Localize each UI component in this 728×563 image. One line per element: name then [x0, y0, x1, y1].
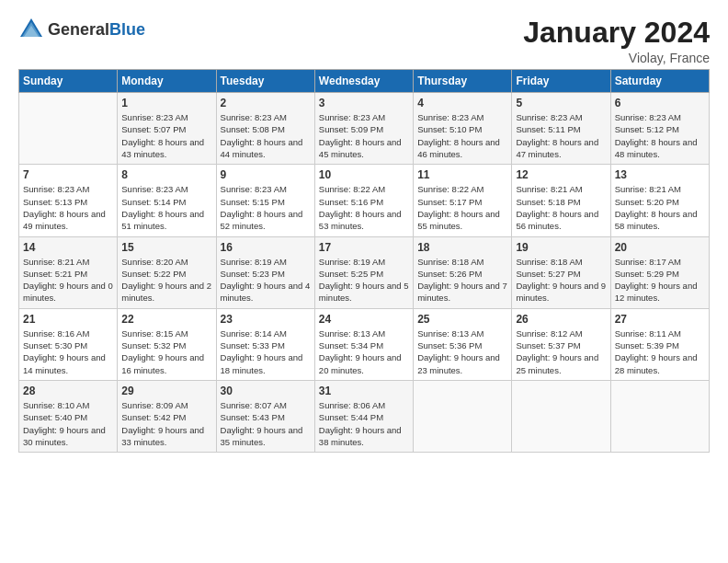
day-info: Sunrise: 8:06 AMSunset: 5:44 PMDaylight:… — [319, 399, 409, 448]
day-info: Sunrise: 8:22 AMSunset: 5:17 PMDaylight:… — [417, 183, 507, 232]
calendar-cell: 8Sunrise: 8:23 AMSunset: 5:14 PMDaylight… — [118, 165, 216, 236]
day-number: 31 — [319, 385, 409, 397]
title-block: January 2024 Violay, France — [523, 17, 710, 65]
day-info: Sunrise: 8:16 AMSunset: 5:30 PMDaylight:… — [23, 327, 113, 376]
calendar-cell: 18Sunrise: 8:18 AMSunset: 5:26 PMDayligh… — [414, 236, 512, 308]
day-number: 16 — [221, 241, 311, 254]
day-number: 1 — [121, 97, 211, 109]
day-number: 28 — [23, 385, 113, 397]
day-info: Sunrise: 8:19 AMSunset: 5:25 PMDaylight:… — [319, 256, 409, 304]
calendar-cell — [414, 380, 512, 452]
calendar-cell: 30Sunrise: 8:07 AMSunset: 5:43 PMDayligh… — [216, 380, 314, 452]
day-number: 22 — [121, 313, 211, 326]
day-info: Sunrise: 8:23 AMSunset: 5:12 PMDaylight:… — [615, 111, 705, 160]
day-number: 18 — [417, 241, 507, 254]
calendar-cell: 7Sunrise: 8:23 AMSunset: 5:13 PMDaylight… — [19, 165, 118, 236]
day-number: 14 — [23, 241, 113, 254]
day-info: Sunrise: 8:22 AMSunset: 5:16 PMDaylight:… — [319, 183, 409, 232]
calendar-cell — [610, 380, 709, 452]
logo-blue-text: Blue — [109, 20, 145, 39]
day-info: Sunrise: 8:20 AMSunset: 5:22 PMDaylight:… — [121, 256, 211, 304]
calendar-cell: 17Sunrise: 8:19 AMSunset: 5:25 PMDayligh… — [314, 236, 413, 308]
calendar-cell: 23Sunrise: 8:14 AMSunset: 5:33 PMDayligh… — [216, 308, 314, 380]
day-number: 24 — [319, 313, 409, 326]
calendar-cell: 3Sunrise: 8:23 AMSunset: 5:09 PMDaylight… — [314, 93, 413, 165]
day-info: Sunrise: 8:17 AMSunset: 5:29 PMDaylight:… — [615, 256, 705, 304]
calendar-cell: 6Sunrise: 8:23 AMSunset: 5:12 PMDaylight… — [610, 93, 709, 165]
calendar-cell — [19, 93, 118, 165]
day-number: 25 — [417, 313, 507, 326]
logo: GeneralBlue — [18, 17, 145, 42]
day-info: Sunrise: 8:23 AMSunset: 5:09 PMDaylight:… — [319, 111, 409, 160]
day-number: 11 — [417, 168, 507, 181]
day-info: Sunrise: 8:23 AMSunset: 5:14 PMDaylight:… — [121, 183, 211, 232]
logo-general-text: General — [48, 20, 109, 39]
day-number: 10 — [319, 168, 409, 181]
calendar-cell: 5Sunrise: 8:23 AMSunset: 5:11 PMDaylight… — [512, 93, 610, 165]
calendar-cell: 4Sunrise: 8:23 AMSunset: 5:10 PMDaylight… — [414, 93, 512, 165]
day-info: Sunrise: 8:19 AMSunset: 5:23 PMDaylight:… — [221, 256, 311, 304]
header-row: SundayMondayTuesdayWednesdayThursdayFrid… — [19, 70, 710, 93]
calendar-cell: 24Sunrise: 8:13 AMSunset: 5:34 PMDayligh… — [314, 308, 413, 380]
day-number: 3 — [319, 97, 409, 109]
calendar-cell: 21Sunrise: 8:16 AMSunset: 5:30 PMDayligh… — [19, 308, 118, 380]
calendar-cell: 10Sunrise: 8:22 AMSunset: 5:16 PMDayligh… — [314, 165, 413, 236]
calendar-cell: 25Sunrise: 8:13 AMSunset: 5:36 PMDayligh… — [414, 308, 512, 380]
day-number: 6 — [615, 97, 705, 109]
calendar-cell: 29Sunrise: 8:09 AMSunset: 5:42 PMDayligh… — [118, 380, 216, 452]
day-number: 13 — [615, 168, 705, 181]
day-number: 12 — [516, 168, 606, 181]
calendar-week-row: 28Sunrise: 8:10 AMSunset: 5:40 PMDayligh… — [19, 380, 710, 452]
day-number: 7 — [23, 168, 113, 181]
calendar-cell: 12Sunrise: 8:21 AMSunset: 5:18 PMDayligh… — [512, 165, 610, 236]
calendar-cell: 27Sunrise: 8:11 AMSunset: 5:39 PMDayligh… — [610, 308, 709, 380]
calendar-cell: 13Sunrise: 8:21 AMSunset: 5:20 PMDayligh… — [610, 165, 709, 236]
day-info: Sunrise: 8:11 AMSunset: 5:39 PMDaylight:… — [615, 327, 705, 376]
calendar-cell: 2Sunrise: 8:23 AMSunset: 5:08 PMDaylight… — [216, 93, 314, 165]
day-info: Sunrise: 8:14 AMSunset: 5:33 PMDaylight:… — [221, 327, 311, 376]
day-number: 21 — [23, 313, 113, 326]
day-number: 23 — [221, 313, 311, 326]
weekday-header: Friday — [512, 70, 610, 93]
day-number: 27 — [615, 313, 705, 326]
day-info: Sunrise: 8:23 AMSunset: 5:13 PMDaylight:… — [23, 183, 113, 232]
day-info: Sunrise: 8:15 AMSunset: 5:32 PMDaylight:… — [121, 327, 211, 376]
day-number: 29 — [121, 385, 211, 397]
calendar-week-row: 14Sunrise: 8:21 AMSunset: 5:21 PMDayligh… — [19, 236, 710, 308]
day-number: 9 — [221, 168, 311, 181]
calendar-cell: 19Sunrise: 8:18 AMSunset: 5:27 PMDayligh… — [512, 236, 610, 308]
calendar-table: SundayMondayTuesdayWednesdayThursdayFrid… — [18, 69, 710, 453]
day-info: Sunrise: 8:18 AMSunset: 5:27 PMDaylight:… — [516, 256, 606, 304]
day-info: Sunrise: 8:12 AMSunset: 5:37 PMDaylight:… — [516, 327, 606, 376]
day-number: 20 — [615, 241, 705, 254]
day-number: 26 — [516, 313, 606, 326]
calendar-cell: 14Sunrise: 8:21 AMSunset: 5:21 PMDayligh… — [19, 236, 118, 308]
calendar-cell: 9Sunrise: 8:23 AMSunset: 5:15 PMDaylight… — [216, 165, 314, 236]
location: Violay, France — [523, 51, 710, 65]
day-info: Sunrise: 8:23 AMSunset: 5:10 PMDaylight:… — [417, 111, 507, 160]
calendar-cell: 15Sunrise: 8:20 AMSunset: 5:22 PMDayligh… — [118, 236, 216, 308]
calendar-cell: 22Sunrise: 8:15 AMSunset: 5:32 PMDayligh… — [118, 308, 216, 380]
day-number: 4 — [417, 97, 507, 109]
day-info: Sunrise: 8:13 AMSunset: 5:36 PMDaylight:… — [417, 327, 507, 376]
day-info: Sunrise: 8:23 AMSunset: 5:08 PMDaylight:… — [221, 111, 311, 160]
calendar-cell: 28Sunrise: 8:10 AMSunset: 5:40 PMDayligh… — [19, 380, 118, 452]
calendar-week-row: 7Sunrise: 8:23 AMSunset: 5:13 PMDaylight… — [19, 165, 710, 236]
day-info: Sunrise: 8:21 AMSunset: 5:18 PMDaylight:… — [516, 183, 606, 232]
calendar-cell: 16Sunrise: 8:19 AMSunset: 5:23 PMDayligh… — [216, 236, 314, 308]
weekday-header: Thursday — [414, 70, 512, 93]
day-number: 30 — [221, 385, 311, 397]
calendar-week-row: 1Sunrise: 8:23 AMSunset: 5:07 PMDaylight… — [19, 93, 710, 165]
day-info: Sunrise: 8:09 AMSunset: 5:42 PMDaylight:… — [121, 399, 211, 448]
day-info: Sunrise: 8:13 AMSunset: 5:34 PMDaylight:… — [319, 327, 409, 376]
day-number: 2 — [221, 97, 311, 109]
day-number: 17 — [319, 241, 409, 254]
weekday-header: Saturday — [610, 70, 709, 93]
calendar-cell: 31Sunrise: 8:06 AMSunset: 5:44 PMDayligh… — [314, 380, 413, 452]
calendar-cell: 1Sunrise: 8:23 AMSunset: 5:07 PMDaylight… — [118, 93, 216, 165]
day-info: Sunrise: 8:21 AMSunset: 5:20 PMDaylight:… — [615, 183, 705, 232]
calendar-cell: 20Sunrise: 8:17 AMSunset: 5:29 PMDayligh… — [610, 236, 709, 308]
day-info: Sunrise: 8:21 AMSunset: 5:21 PMDaylight:… — [23, 256, 113, 304]
day-info: Sunrise: 8:23 AMSunset: 5:11 PMDaylight:… — [516, 111, 606, 160]
day-number: 19 — [516, 241, 606, 254]
